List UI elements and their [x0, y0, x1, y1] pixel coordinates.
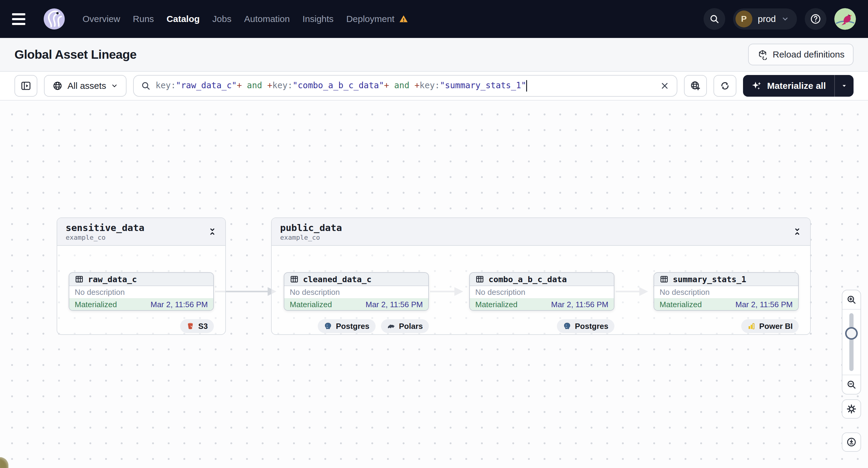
help-button[interactable]	[805, 8, 827, 30]
power-bi-icon	[747, 322, 756, 331]
deployment-name: prod	[758, 14, 776, 24]
zoom-out-icon	[846, 379, 857, 390]
asset-description: No description	[470, 286, 614, 298]
zoom-slider[interactable]	[842, 310, 861, 375]
tag-polars[interactable]: Polars	[381, 319, 429, 333]
asset-name: raw_data_c	[88, 275, 137, 284]
user-avatar[interactable]	[834, 8, 856, 30]
group-subtitle: example_co	[280, 234, 342, 241]
tag-postgres[interactable]: Postgres	[318, 319, 375, 333]
clear-filter-button[interactable]	[660, 81, 670, 91]
table-icon	[475, 275, 484, 284]
globe-icon	[53, 81, 63, 91]
download-graph-button[interactable]	[842, 433, 861, 452]
dagster-logo-icon	[42, 7, 66, 31]
materialization-timestamp: Mar 2, 11:56 PM	[366, 300, 423, 309]
caret-down-icon	[840, 82, 848, 90]
open-sidebar-panel-button[interactable]	[14, 75, 37, 97]
download-icon	[846, 437, 857, 447]
nav-jobs[interactable]: Jobs	[212, 14, 231, 24]
zoom-slider-handle[interactable]	[845, 327, 858, 340]
tag-postgres[interactable]: Postgres	[557, 319, 614, 333]
materialize-all-button[interactable]: Materialize all	[743, 75, 834, 97]
status-badge: Materialized	[475, 300, 518, 309]
asset-scope-dropdown[interactable]: All assets	[44, 75, 126, 97]
search-icon	[141, 81, 151, 91]
asset-node-header: summary_stats_1	[654, 273, 798, 286]
deployment-switcher[interactable]: P prod	[733, 8, 797, 30]
materialization-timestamp: Mar 2, 11:56 PM	[151, 300, 208, 309]
filter-query-text: key:"raw_data_c"+ and +key:"combo_a_b_c_…	[155, 80, 655, 92]
globe-plus-icon	[690, 81, 701, 91]
group-name: sensitive_data	[66, 222, 144, 233]
asset-node-combo-a-b-c-data[interactable]: combo_a_b_c_data No description Material…	[469, 272, 614, 311]
asset-name: cleaned_data_c	[303, 275, 372, 284]
tag-label: Power BI	[759, 322, 793, 331]
asset-node-header: cleaned_data_c	[284, 273, 428, 286]
new-asset-selection-button[interactable]	[684, 75, 707, 97]
materialization-timestamp: Mar 2, 11:56 PM	[736, 300, 793, 309]
avatar-bird-icon	[834, 8, 856, 30]
tag-label: S3	[198, 322, 208, 331]
tag-label: Postgres	[336, 322, 369, 331]
refresh-button[interactable]	[713, 75, 736, 97]
asset-node-summary-stats-1[interactable]: summary_stats_1 No description Materiali…	[654, 272, 799, 311]
group-header: public_data example_co	[272, 218, 810, 246]
collapse-group-button[interactable]	[208, 227, 217, 236]
graph-settings-button[interactable]	[842, 399, 861, 418]
collapse-icon	[793, 227, 802, 236]
collapse-group-button[interactable]	[793, 227, 802, 236]
zoom-in-button[interactable]	[842, 290, 861, 310]
materialization-timestamp: Mar 2, 11:56 PM	[551, 300, 609, 309]
status-badge: Materialized	[75, 300, 117, 309]
close-icon	[660, 81, 670, 91]
tag-power-bi[interactable]: Power BI	[741, 319, 799, 333]
postgres-icon	[324, 322, 332, 331]
s3-icon	[186, 322, 194, 331]
reload-definitions-label: Reload definitions	[773, 50, 845, 60]
asset-description: No description	[654, 286, 798, 298]
table-icon	[75, 275, 84, 284]
minimap-corner	[0, 457, 8, 468]
top-navbar: Overview Runs Catalog Jobs Automation In…	[0, 0, 868, 38]
postgres-icon	[563, 322, 571, 331]
zoom-out-button[interactable]	[842, 375, 861, 394]
asset-scope-label: All assets	[67, 81, 106, 91]
asset-node-header: raw_data_c	[69, 273, 213, 286]
nav-runs[interactable]: Runs	[133, 14, 154, 24]
page-title: Global Asset Lineage	[14, 48, 136, 62]
gear-icon	[846, 404, 857, 414]
reload-definitions-button[interactable]: Reload definitions	[748, 44, 854, 65]
status-badge: Materialized	[290, 300, 332, 309]
materialize-all-dropdown[interactable]	[835, 75, 854, 97]
tag-s3[interactable]: S3	[180, 319, 214, 333]
page-header: Global Asset Lineage Reload definitions	[0, 38, 868, 72]
collapse-icon	[208, 227, 217, 236]
zoom-slider-track[interactable]	[849, 313, 854, 371]
asset-node-raw-data-c[interactable]: raw_data_c No description Materialized M…	[69, 272, 214, 311]
asset-node-cleaned-data-c[interactable]: cleaned_data_c No description Materializ…	[284, 272, 429, 311]
zoom-in-icon	[846, 294, 857, 305]
filter-bar: All assets key:"raw_data_c"+ and +key:"c…	[0, 72, 868, 101]
help-icon	[810, 13, 822, 25]
status-badge: Materialized	[659, 300, 702, 309]
asset-status-row: Materialized Mar 2, 11:56 PM	[284, 298, 428, 311]
text-cursor	[526, 80, 527, 92]
navbar-right: P prod	[704, 8, 856, 30]
nav-deployment[interactable]: Deployment	[346, 14, 408, 24]
nav-overview[interactable]: Overview	[83, 14, 120, 24]
group-header: sensitive_data example_co	[57, 218, 225, 246]
chevron-down-icon	[111, 82, 118, 89]
nav-automation[interactable]: Automation	[244, 14, 290, 24]
table-icon	[290, 275, 299, 284]
menu-icon[interactable]	[12, 9, 31, 29]
sparkles-icon	[751, 81, 762, 91]
asset-filter-input[interactable]: key:"raw_data_c"+ and +key:"combo_a_b_c_…	[133, 75, 677, 97]
asset-name: combo_a_b_c_data	[489, 275, 567, 284]
asset-node-header: combo_a_b_c_data	[470, 273, 614, 286]
nav-insights[interactable]: Insights	[302, 14, 333, 24]
tag-row-summary-stats-1: Power BI	[654, 319, 799, 333]
nav-catalog[interactable]: Catalog	[166, 14, 200, 24]
lineage-graph-canvas[interactable]: sensitive_data example_co public_data ex…	[0, 101, 868, 468]
search-button[interactable]	[704, 8, 725, 30]
